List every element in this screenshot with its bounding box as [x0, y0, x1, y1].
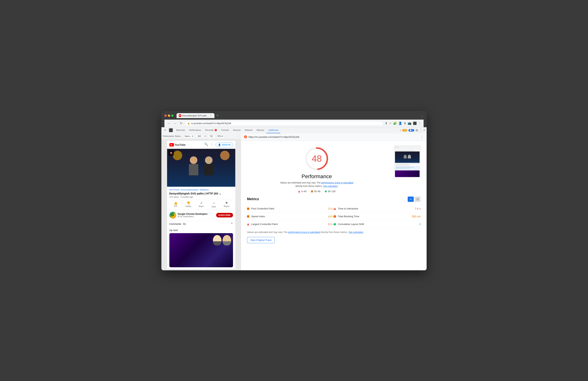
tti-value: 7.6 s	[415, 207, 420, 210]
emulator-more-button[interactable]: ⋮	[237, 135, 239, 137]
grid-view-button[interactable]: ≡	[408, 197, 414, 202]
more-tabs-button[interactable]: »	[400, 129, 401, 132]
tag-chromedeveloper[interactable]: #ChromeDeveloper	[181, 189, 199, 191]
back-button[interactable]: ←	[167, 122, 171, 125]
new-tab-button[interactable]: +	[215, 113, 220, 118]
metrics-calculator-link[interactable]: See calculator.	[349, 231, 363, 234]
close-window-button[interactable]	[165, 114, 167, 117]
toolbar-icons: ⬆ ☆ 🧩 👤 ⬇ 📺 ⬛ ⋮	[385, 121, 421, 125]
devtools-add-panel-button[interactable]: +	[163, 128, 167, 132]
list-view-button[interactable]: ☰	[415, 197, 420, 202]
fcp-value: 3.5 s	[328, 207, 334, 210]
youtube-channel-info: G Google Chrome Developers 671K subscrib…	[167, 210, 235, 221]
metrics-perf-score-link[interactable]: performance score is calculated	[288, 231, 320, 234]
channel-name[interactable]: Google Chrome Developers	[178, 213, 215, 215]
next-video-thumbnail[interactable]: The History Navigation API. HTTP 203	[169, 233, 233, 267]
save-button[interactable]: ＋ Save	[208, 201, 220, 208]
account-icon[interactable]: ⬛	[413, 121, 417, 125]
tab-sources[interactable]: Sources	[231, 127, 242, 133]
extensions-icon[interactable]: 🧩	[393, 121, 397, 125]
download-icon[interactable]: ⬇	[404, 121, 406, 125]
info-badge: 💬 1	[408, 129, 414, 132]
zoom-select[interactable]: 95% ▾	[216, 134, 224, 138]
recorder-tab-label: Recorder 🔴	[205, 129, 217, 131]
youtube-video-thumbnail[interactable]: 🔇	[167, 149, 235, 187]
tab-lighthouse[interactable]: Lighthouse	[266, 127, 280, 133]
fcp-indicator	[247, 208, 249, 210]
active-tab[interactable]: ▶ Demystifyingish SVG paths | H… ×	[177, 113, 214, 118]
cast-icon[interactable]: 📺	[408, 121, 411, 125]
youtube-search-icon[interactable]: 🔍	[204, 142, 208, 147]
tab-recorder[interactable]: Recorder 🔴	[203, 127, 219, 133]
tab-network[interactable]: Network	[243, 127, 254, 133]
warning-badge: ⚠ 1	[402, 129, 407, 132]
legend-pass: 90–100	[325, 190, 336, 193]
forward-button[interactable]: →	[173, 122, 177, 125]
view-original-trace-button[interactable]: View Original Trace	[247, 237, 275, 243]
comments-expand-icon[interactable]: ⌃	[231, 222, 233, 226]
cls-value: 0	[419, 223, 420, 226]
fcp-label: First Contentful Paint	[251, 207, 326, 210]
address-bar: ← → ↻ 🔒 m.youtube.com/watch?v=9qen5CKjUe…	[165, 120, 423, 127]
emulator-toolbar: Dimensions: Sams... Sams... ▾ 360 × 740 …	[161, 133, 241, 139]
device-select[interactable]: Sams... ▾	[184, 134, 194, 138]
devtools-panel-icon[interactable]: ⬛	[168, 128, 174, 132]
cls-label: Cumulative Layout Shift	[338, 223, 417, 225]
dislike-button[interactable]: 👎 Dislike	[182, 201, 195, 208]
tag-webdev[interactable]: #WebDev	[200, 189, 209, 191]
tab-close-button[interactable]: ×	[210, 114, 212, 117]
youtube-more-icon[interactable]: ⋮	[210, 142, 213, 147]
si-value: 4.8 s	[328, 215, 334, 218]
lighthouse-tab-label: Lighthouse	[268, 129, 278, 131]
cls-indicator	[334, 223, 336, 225]
tbt-indicator	[334, 215, 336, 218]
width-input[interactable]: 360	[195, 134, 203, 138]
thumbnail-image	[167, 149, 235, 187]
channel-avatar[interactable]: G	[169, 212, 176, 219]
performance-score-link[interactable]: performance score is calculated	[321, 181, 353, 184]
lighthouse-url-more-button[interactable]: ⋮	[420, 135, 423, 139]
share-icon: ↗	[200, 201, 202, 205]
minimize-window-button[interactable]	[168, 114, 170, 117]
subscribe-button[interactable]: SUBSCRIBE	[216, 213, 233, 217]
tab-memory[interactable]: Memory	[255, 127, 266, 133]
metrics-section-title: Metrics	[247, 197, 259, 201]
mute-button[interactable]: 🔇	[168, 150, 174, 156]
profile-icon[interactable]: 👤	[398, 121, 402, 125]
devtools-close-button[interactable]: ×	[423, 129, 425, 132]
height-input[interactable]: 740	[208, 134, 215, 138]
channel-subscribers: 671K subscribers	[178, 215, 215, 218]
share-button[interactable]: ↗ Share	[195, 201, 208, 208]
url-bar[interactable]: 🔒 m.youtube.com/watch?v=9qen5CKjUe8	[185, 121, 383, 126]
youtube-sign-in-button[interactable]: 👤 SIGN IN	[216, 142, 233, 147]
title-bar: ▶ Demystifyingish SVG paths | H… × + ⌄ ←…	[161, 111, 427, 127]
maximize-window-button[interactable]	[171, 114, 173, 117]
url-display: m.youtube.com/watch?v=9qen5CKjUe8	[191, 122, 231, 125]
tab-elements[interactable]: Elements	[174, 127, 187, 133]
share-icon[interactable]: ⬆	[385, 121, 387, 125]
menu-button[interactable]: ⋮	[418, 121, 421, 125]
reload-button[interactable]: ↻	[179, 121, 183, 125]
tab-bar: ▶ Demystifyingish SVG paths | H… × + ⌄	[177, 113, 423, 118]
tab-performance[interactable]: Performance	[187, 127, 203, 133]
tab-console[interactable]: Console	[219, 127, 231, 133]
gauge-container: 48 Performance Values are estimated and …	[247, 145, 386, 193]
gauge-desc-text: Values are estimated and may vary. The	[280, 181, 320, 184]
up-next-title: Up next	[169, 229, 233, 232]
emulator-content: ▶ YouTube 🔍 ⋮ 👤 SIGN IN	[161, 139, 241, 270]
youtube-play-icon: ▶	[171, 144, 172, 146]
like-button[interactable]: 👍 870	[169, 201, 182, 208]
fail-icon	[298, 190, 300, 192]
expand-icon[interactable]: ⌄	[219, 192, 221, 195]
calculator-link[interactable]: See calculator.	[323, 185, 338, 187]
si-indicator	[247, 215, 249, 218]
tag-http203[interactable]: #HTTP203	[169, 189, 179, 191]
pass-icon	[325, 190, 327, 192]
report-button[interactable]: ⚑ Report	[220, 201, 233, 208]
settings-icon[interactable]: ⚙	[415, 129, 418, 132]
share-label: Share	[199, 205, 204, 207]
average-range: 50–89	[314, 190, 320, 193]
tab-bar-more[interactable]: ⌄	[421, 114, 423, 117]
devtools-more-button[interactable]: ⋮	[419, 129, 422, 132]
bookmark-icon[interactable]: ☆	[389, 121, 392, 125]
